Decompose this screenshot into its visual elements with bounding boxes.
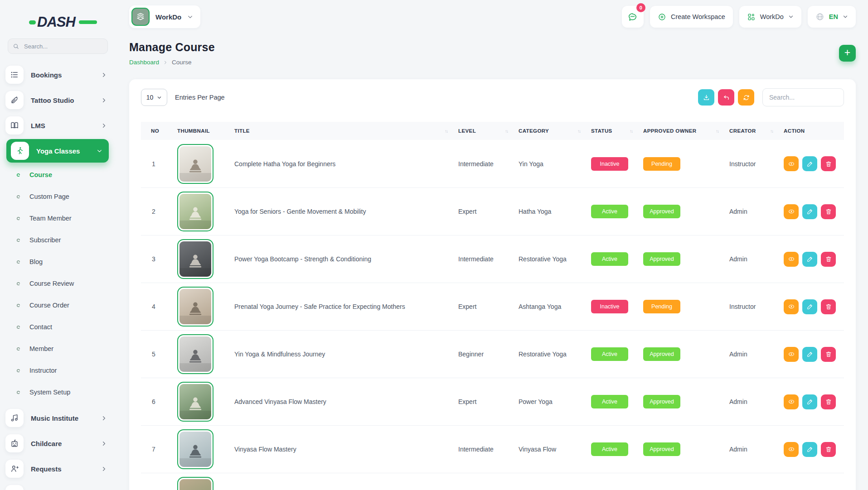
refresh-button[interactable] xyxy=(738,89,754,106)
course-category: Hatha Yoga xyxy=(514,208,587,215)
reset-button[interactable] xyxy=(718,89,734,106)
delete-button[interactable] xyxy=(821,156,836,171)
course-thumbnail[interactable] xyxy=(177,382,213,422)
workspace-menu-dropdown[interactable]: WorkDo xyxy=(739,6,801,28)
view-button[interactable] xyxy=(784,204,799,219)
messages-button[interactable]: 0 xyxy=(622,6,644,28)
sidebar-item-lms[interactable]: LMS xyxy=(0,113,115,138)
chevron-right-icon xyxy=(101,415,107,421)
sidebar-subitem-team-member[interactable]: Team Member xyxy=(0,207,115,229)
trash-icon xyxy=(825,303,832,310)
sidebar-item-bookings[interactable]: Bookings xyxy=(0,62,115,87)
sidebar-subitem-course-review[interactable]: Course Review xyxy=(0,273,115,294)
view-button[interactable] xyxy=(784,394,799,409)
sidebar-subitem-subscriber[interactable]: Subscriber xyxy=(0,229,115,251)
app-window: DASH Bookings Tattoo Studio LMS xyxy=(0,0,868,490)
approved-owner-badge: Approved xyxy=(643,252,680,266)
workspace-selector[interactable]: WorkDo xyxy=(129,5,200,28)
course-category: Ashtanga Yoga xyxy=(514,303,587,310)
create-workspace-button[interactable]: Create Workspace xyxy=(650,6,733,28)
course-level: Expert xyxy=(454,208,514,215)
table-row: 5 Yin Yoga & Mindfulness Journey Beginne… xyxy=(141,330,844,378)
add-course-button[interactable]: + xyxy=(839,45,856,62)
row-no: 1 xyxy=(141,160,173,168)
person-silhouette-icon xyxy=(186,346,205,365)
logo-text: DASH xyxy=(37,15,75,29)
delete-button[interactable] xyxy=(821,347,836,362)
delete-button[interactable] xyxy=(821,299,836,314)
delete-button[interactable] xyxy=(821,252,836,267)
table-search-input[interactable] xyxy=(762,88,844,106)
course-thumbnail[interactable] xyxy=(177,334,213,374)
sidebar-item-queue-management[interactable]: Queue Management xyxy=(0,481,115,490)
course-level: Intermediate xyxy=(454,160,514,168)
sort-icon[interactable]: ↑↓ xyxy=(770,129,773,134)
chevron-down-icon xyxy=(843,14,848,19)
sidebar-search[interactable] xyxy=(8,38,108,54)
course-title: Complete Hatha Yoga for Beginners xyxy=(230,160,454,168)
feather-icon xyxy=(5,91,24,109)
delete-button[interactable] xyxy=(821,204,836,219)
edit-button[interactable] xyxy=(802,347,817,362)
course-thumbnail[interactable] xyxy=(177,477,213,490)
approved-owner-badge: Pending xyxy=(643,300,680,313)
view-button[interactable] xyxy=(784,442,799,457)
view-button[interactable] xyxy=(784,252,799,267)
delete-button[interactable] xyxy=(821,442,836,457)
view-button[interactable] xyxy=(784,347,799,362)
course-thumbnail[interactable] xyxy=(177,429,213,469)
sidebar-item-requests[interactable]: Requests xyxy=(0,456,115,481)
course-thumbnail[interactable] xyxy=(177,144,213,184)
sidebar-subitem-member[interactable]: Member xyxy=(0,338,115,360)
sort-icon[interactable]: ↑↓ xyxy=(505,129,508,134)
delete-button[interactable] xyxy=(821,394,836,409)
edit-button[interactable] xyxy=(802,299,817,314)
sidebar-subitem-instructor[interactable]: Instructor xyxy=(0,360,115,381)
person-silhouette-icon xyxy=(186,394,205,413)
column-level: LEVEL↑↓ xyxy=(454,128,514,134)
sort-icon[interactable]: ↑↓ xyxy=(577,129,580,134)
edit-button[interactable] xyxy=(802,252,817,267)
sidebar-item-childcare[interactable]: Childcare xyxy=(0,431,115,456)
edit-button[interactable] xyxy=(802,442,817,457)
edit-button[interactable] xyxy=(802,156,817,171)
sidebar-subitem-contact[interactable]: Contact xyxy=(0,316,115,338)
course-thumbnail[interactable] xyxy=(177,192,213,231)
main-content: WorkDo 0 Create Workspace WorkDo xyxy=(115,0,868,490)
search-icon xyxy=(13,43,19,50)
sort-icon[interactable]: ↑↓ xyxy=(445,129,447,134)
sidebar-subitem-blog[interactable]: Blog xyxy=(0,251,115,273)
bullet-ring-icon xyxy=(16,347,20,351)
eye-icon xyxy=(788,208,795,215)
workspace-menu-label: WorkDo xyxy=(760,13,784,20)
language-dropdown[interactable]: EN xyxy=(808,6,856,28)
sidebar-item-yoga-classes[interactable]: Yoga Classes xyxy=(6,139,109,163)
sidebar-subitem-course[interactable]: Course xyxy=(0,164,115,186)
sidebar-subitem-system-setup[interactable]: System Setup xyxy=(0,381,115,403)
entries-per-page-select[interactable]: 10 xyxy=(141,89,167,106)
sort-icon[interactable]: ↑↓ xyxy=(716,129,718,134)
view-button[interactable] xyxy=(784,299,799,314)
sidebar-item-tattoo-studio[interactable]: Tattoo Studio xyxy=(0,87,115,113)
course-title: Advanced Vinyasa Flow Mastery xyxy=(230,398,454,405)
column-creator: CREATOR↑↓ xyxy=(725,128,779,134)
trash-icon xyxy=(825,398,832,405)
sidebar-search-input[interactable] xyxy=(23,43,103,50)
course-thumbnail[interactable] xyxy=(177,239,213,279)
export-download-button[interactable] xyxy=(698,89,714,106)
course-thumbnail[interactable] xyxy=(177,287,213,327)
chevron-down-icon xyxy=(788,14,794,19)
view-button[interactable] xyxy=(784,156,799,171)
course-category: Yin Yoga xyxy=(514,160,587,168)
pencil-icon xyxy=(806,160,814,168)
sidebar-subitem-custom-page[interactable]: Custom Page xyxy=(0,186,115,207)
sidebar-subitem-course-order[interactable]: Course Order xyxy=(0,294,115,316)
breadcrumb-current: Course xyxy=(172,59,192,66)
sort-icon[interactable]: ↑↓ xyxy=(630,129,632,134)
edit-button[interactable] xyxy=(802,204,817,219)
pencil-icon xyxy=(806,446,814,453)
status-badge: Inactive xyxy=(591,157,628,171)
edit-button[interactable] xyxy=(802,394,817,409)
breadcrumb-dashboard-link[interactable]: Dashboard xyxy=(129,59,159,66)
sidebar-item-music-institute[interactable]: Music Institute xyxy=(0,405,115,431)
